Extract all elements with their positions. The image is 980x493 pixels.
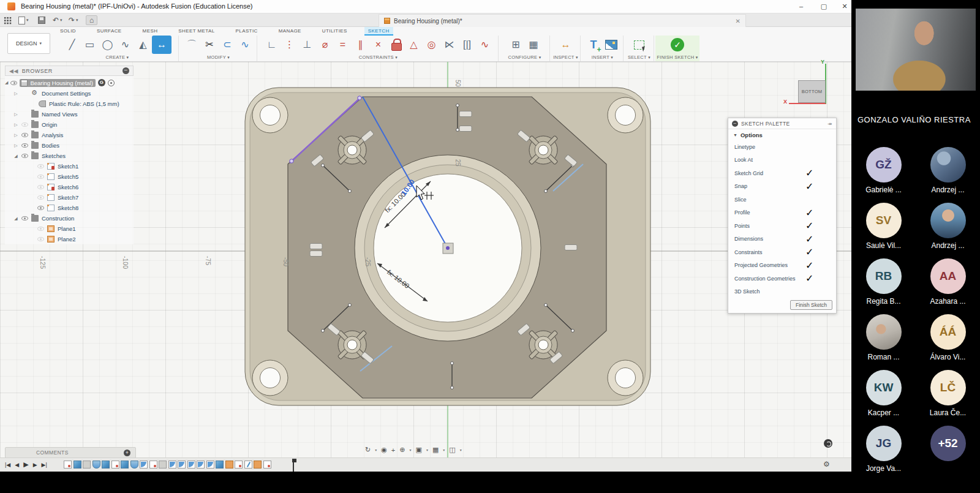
line-tool-icon[interactable]: ╱ xyxy=(63,36,81,53)
pan-icon[interactable]: + xyxy=(391,446,395,454)
zoom-icon[interactable]: ⊕ xyxy=(399,446,405,454)
timeline-feature[interactable] xyxy=(111,461,119,469)
option-control[interactable] xyxy=(805,260,830,271)
offset-tool-icon[interactable]: ⊂ xyxy=(219,36,236,53)
browser-item-plane1[interactable]: Plane1 xyxy=(5,224,134,234)
save-icon[interactable] xyxy=(38,15,45,25)
midpoint-constraint-icon[interactable]: △ xyxy=(405,36,423,53)
comments-bar[interactable]: COMMENTS + xyxy=(5,447,136,458)
rectangle-tool-icon[interactable]: ▭ xyxy=(81,36,99,53)
tab-plastic[interactable]: PLASTIC xyxy=(232,27,262,36)
document-tab-close-icon[interactable]: ✕ xyxy=(736,18,741,24)
timeline-feature[interactable] xyxy=(216,461,224,469)
workspace-selector[interactable]: DESIGN▾ xyxy=(7,33,50,54)
participant-jorge[interactable]: JG Jorge Va... xyxy=(851,426,916,473)
timeline-feature[interactable] xyxy=(225,461,233,469)
redo-icon[interactable]: ↷▾ xyxy=(69,15,78,25)
browser-item-root[interactable]: ◢ Bearing Housing (metal) G xyxy=(5,77,134,88)
browser-item-plane2[interactable]: Plane2 xyxy=(5,234,134,244)
palette-option-sketch-grid[interactable]: Sketch Grid xyxy=(728,167,836,180)
browser-item-analysis[interactable]: ▷ Analysis xyxy=(5,130,134,140)
boss-cross[interactable] xyxy=(529,135,557,164)
palette-dock-icon[interactable]: ↠ xyxy=(827,121,832,127)
visibility-eye-icon[interactable] xyxy=(37,237,44,241)
palette-option-constraints[interactable]: Constraints xyxy=(728,246,836,259)
visibility-eye-icon[interactable] xyxy=(37,185,44,189)
spline-tool-icon[interactable]: ∿ xyxy=(116,36,134,53)
visibility-eye-icon[interactable] xyxy=(21,133,28,137)
timeline-feature[interactable] xyxy=(254,461,262,469)
skip-to-end-icon[interactable]: ▶| xyxy=(42,462,47,468)
document-tab[interactable]: Bearing Housing (metal)* ✕ xyxy=(379,14,746,27)
browser-item-sketch5[interactable]: Sketch5 xyxy=(5,171,134,182)
timeline-feature[interactable] xyxy=(159,461,167,469)
app-menu-icon[interactable] xyxy=(4,15,12,25)
tab-surface[interactable]: SURFACE xyxy=(93,27,126,36)
sketch-palette-header[interactable]: – SKETCH PALETTE ↠ xyxy=(728,118,836,129)
viewcube[interactable]: BOTTOM xyxy=(798,80,826,103)
horizontal-vertical-constraint-icon[interactable]: ∟ xyxy=(263,36,281,53)
timeline-feature[interactable] xyxy=(263,461,271,469)
visibility-eye-icon[interactable] xyxy=(37,164,44,168)
option-control[interactable] xyxy=(805,233,830,245)
orbit-icon[interactable]: ↻ xyxy=(365,446,371,454)
fillet-tool-icon[interactable]: ⌒ xyxy=(183,36,201,53)
tab-utilities[interactable]: UTILITIES xyxy=(318,27,351,36)
symmetry-constraint-icon[interactable]: ⋉ xyxy=(440,36,458,53)
tab-mesh[interactable]: MESH xyxy=(139,27,162,36)
expand-arrow-icon[interactable]: ◢ xyxy=(13,216,18,221)
tab-manage[interactable]: MANAGE xyxy=(275,27,305,36)
measure-tool-icon[interactable]: ↔ xyxy=(557,36,575,53)
expand-arrow-icon[interactable]: ▷ xyxy=(13,133,18,138)
visibility-eye-icon[interactable] xyxy=(37,206,44,210)
equal-constraint-icon[interactable]: = xyxy=(334,36,352,53)
palette-options-section[interactable]: ▼Options xyxy=(728,129,836,140)
visibility-eye-icon[interactable] xyxy=(21,122,28,127)
visibility-eye-icon[interactable] xyxy=(21,216,28,220)
palette-option-profile[interactable]: Profile xyxy=(728,206,836,220)
insert-fastener-tool-icon[interactable]: T xyxy=(585,36,603,53)
browser-item-sketch1[interactable]: Sketch1 xyxy=(5,161,134,171)
timeline-feature[interactable] xyxy=(187,461,195,469)
timeline-feature[interactable] xyxy=(197,461,205,469)
timeline-settings-gear-icon[interactable]: ⚙ xyxy=(823,460,830,469)
timeline-feature[interactable] xyxy=(92,461,100,469)
curvature-constraint-icon[interactable]: [|] xyxy=(458,36,476,53)
insert-image-tool-icon[interactable] xyxy=(603,36,620,53)
parallel-constraint-icon[interactable]: ∥ xyxy=(352,36,369,53)
browser-minimize-icon[interactable]: – xyxy=(123,67,129,74)
corner-hole[interactable] xyxy=(608,360,643,396)
palette-option-dimensions[interactable]: Dimensions xyxy=(728,233,836,246)
timeline-feature[interactable] xyxy=(206,461,214,469)
look-at-icon[interactable]: ◉ xyxy=(381,446,387,454)
option-control[interactable] xyxy=(805,273,830,284)
browser-item-document-settings[interactable]: ▷ Document Settings xyxy=(5,88,134,99)
finish-sketch-button[interactable]: ✓ FINISH SKETCH ▾ xyxy=(655,36,699,61)
activate-radio-icon[interactable] xyxy=(108,80,115,86)
viewports-icon[interactable]: ◫ xyxy=(449,446,455,454)
file-menu-icon[interactable]: ▾ xyxy=(18,15,29,25)
timeline-feature[interactable] xyxy=(235,461,243,469)
visibility-eye-icon[interactable] xyxy=(10,81,17,85)
palette-option-projected-geometries[interactable]: Projected Geometries xyxy=(728,259,836,273)
play-icon[interactable]: ▶ xyxy=(23,461,28,469)
palette-option-3d-sketch[interactable]: 3D Sketch xyxy=(728,285,836,299)
collinear-constraint-icon[interactable]: × xyxy=(369,36,387,53)
origin-marker[interactable] xyxy=(443,243,453,254)
speaker-video-tile[interactable] xyxy=(856,9,976,91)
timeline-feature[interactable] xyxy=(140,461,148,469)
browser-item-plastic-rule[interactable]: Plastic Rule: ABS (1,5 mm) xyxy=(5,99,134,109)
expand-arrow-icon[interactable]: ▷ xyxy=(13,122,18,127)
timeline-feature[interactable] xyxy=(178,461,186,469)
palette-option-construction-geometries[interactable]: Construction Geometries xyxy=(728,272,836,285)
step-forward-icon[interactable]: ▶ xyxy=(33,462,37,468)
visibility-eye-icon[interactable] xyxy=(37,195,44,200)
palette-minimize-icon[interactable]: – xyxy=(732,121,738,127)
minimize-button[interactable]: – xyxy=(793,1,809,12)
participant-andrzej-2[interactable]: Andrzej ... xyxy=(916,203,980,250)
participant-kacper[interactable]: KW Kacper ... xyxy=(851,370,916,417)
step-back-icon[interactable]: ◀ xyxy=(15,462,19,468)
option-control[interactable] xyxy=(805,167,830,179)
tab-sketch[interactable]: SKETCH xyxy=(364,27,393,36)
timeline-feature[interactable] xyxy=(149,461,157,469)
